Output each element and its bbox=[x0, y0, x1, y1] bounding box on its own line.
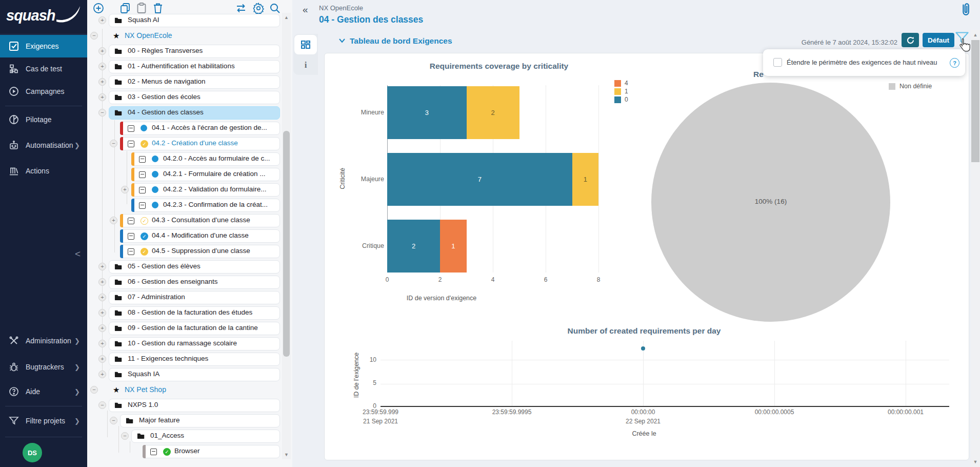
tree-node-label[interactable]: 04.3 - Consultation d'une classe bbox=[152, 216, 250, 224]
chevron-down-icon[interactable] bbox=[338, 38, 346, 43]
copy-icon[interactable] bbox=[119, 2, 131, 14]
expand-icon[interactable]: + bbox=[98, 294, 106, 301]
expand-icon[interactable]: + bbox=[98, 278, 106, 286]
bar-segment[interactable]: 2 bbox=[467, 86, 519, 139]
tree-node-label[interactable]: 04.5 - Suppression d'une classe bbox=[152, 247, 250, 255]
settings-icon[interactable] bbox=[252, 2, 265, 14]
exchange-icon[interactable] bbox=[235, 2, 247, 14]
collapse-icon[interactable]: − bbox=[90, 32, 98, 40]
dashboard-section-title[interactable]: Tableau de bord Exigences bbox=[350, 36, 452, 46]
expand-icon[interactable]: + bbox=[98, 324, 106, 332]
scroll-down-icon[interactable]: ▼ bbox=[282, 452, 291, 457]
expand-icon[interactable]: + bbox=[98, 263, 106, 270]
sidebar-item-bugtrackers[interactable]: Bugtrackers❯ bbox=[0, 356, 87, 378]
default-dashboard-button[interactable]: Défaut bbox=[923, 33, 954, 47]
tab-dashboard[interactable] bbox=[294, 35, 317, 54]
tree-node-label[interactable]: Browser bbox=[174, 447, 200, 455]
help-icon[interactable]: ? bbox=[950, 58, 959, 68]
expand-icon[interactable]: + bbox=[110, 217, 117, 224]
tree-node-label[interactable]: 04.2.0 - Accès au formulaire de c... bbox=[163, 154, 270, 162]
tree-node-label[interactable]: Squash AI bbox=[128, 16, 159, 24]
refresh-button[interactable] bbox=[902, 33, 919, 47]
expand-icon[interactable]: + bbox=[98, 93, 106, 101]
tree-node-label[interactable]: 01 - Authentification et habilitations bbox=[128, 62, 235, 70]
tree-node-label[interactable]: 03 - Gestion des écoles bbox=[128, 93, 201, 101]
x-tick-label: 23:59:59.999 bbox=[337, 408, 424, 416]
sidebar-item-aide[interactable]: Aide❯ bbox=[0, 380, 87, 403]
data-point[interactable] bbox=[641, 346, 645, 351]
expand-icon[interactable]: + bbox=[98, 47, 106, 55]
sidebar-item-exigences[interactable]: Exigences bbox=[0, 35, 87, 57]
requirement-icon bbox=[128, 125, 134, 132]
tree-node-label[interactable]: NXPS 1.0 bbox=[128, 401, 158, 408]
collapse-icon[interactable]: − bbox=[121, 432, 129, 440]
tree-node-label[interactable]: 04.4 - Modification d'une classe bbox=[152, 231, 249, 239]
tree-node-label[interactable]: 08 - Gestion de la facturation des étude… bbox=[128, 308, 252, 316]
delete-icon[interactable] bbox=[152, 2, 164, 14]
expand-icon[interactable]: + bbox=[98, 309, 106, 317]
tab-information[interactable]: i bbox=[294, 55, 317, 75]
expand-icon[interactable]: + bbox=[98, 340, 106, 347]
tree-node-label[interactable]: 04.2.3 - Confirmation de la créat... bbox=[163, 201, 268, 208]
expand-icon[interactable]: + bbox=[98, 16, 106, 24]
sidebar-item-pilotage[interactable]: Pilotage bbox=[0, 108, 87, 131]
scroll-up-icon[interactable]: ▲ bbox=[282, 15, 291, 20]
tree-node-label[interactable]: 09 - Gestion de la facturation de la can… bbox=[128, 324, 258, 332]
tree-scrollbar-thumb[interactable] bbox=[283, 131, 290, 357]
tree-node-label[interactable]: 04.2.2 - Validation du formulaire... bbox=[163, 185, 267, 193]
status-dot-icon bbox=[141, 125, 147, 131]
sidebar-item-cas-de-test[interactable]: Cas de test bbox=[0, 57, 87, 80]
tree-scrollbar[interactable]: ▲ ▼ bbox=[282, 13, 291, 459]
tree-node-label[interactable]: 06 - Gestion des enseignants bbox=[128, 278, 218, 285]
tree-node-label[interactable]: 04.2 - Création d'une classe bbox=[152, 139, 238, 147]
expand-scope-checkbox[interactable] bbox=[773, 58, 782, 67]
tree-node-label[interactable]: 10 - Gestion du ramassage scolaire bbox=[128, 339, 237, 347]
sidebar-item-campagnes[interactable]: Campagnes bbox=[0, 80, 87, 103]
tree-node-label[interactable]: 04.1 - Accès à l'écran de gestion de... bbox=[152, 124, 267, 131]
bar-segment[interactable]: 7 bbox=[387, 153, 572, 206]
tree-node-label[interactable]: 02 - Menus de navigation bbox=[128, 77, 206, 85]
collapse-icon[interactable]: − bbox=[98, 401, 106, 409]
expand-icon[interactable]: + bbox=[98, 355, 106, 363]
collapse-icon[interactable]: − bbox=[110, 417, 117, 424]
tree-node-label[interactable]: 00 - Règles Transverses bbox=[128, 47, 203, 54]
tree-node-label[interactable]: Major feature bbox=[139, 416, 180, 424]
collapse-icon[interactable]: − bbox=[90, 386, 98, 394]
expand-icon[interactable]: + bbox=[98, 371, 106, 378]
collapse-icon[interactable]: − bbox=[98, 109, 106, 116]
bar-segment[interactable]: 1 bbox=[440, 220, 467, 273]
tree-node-label[interactable]: NX Pet Shop bbox=[125, 385, 166, 394]
collapse-tree-icon[interactable]: « bbox=[303, 4, 308, 15]
collapse-icon[interactable]: − bbox=[110, 140, 117, 147]
paste-icon[interactable] bbox=[135, 2, 148, 14]
tree-node-label[interactable]: Squash IA bbox=[128, 370, 159, 378]
tree-node-label[interactable]: NX OpenEcole bbox=[125, 31, 172, 40]
attachment-icon[interactable] bbox=[959, 2, 972, 17]
folder-icon bbox=[114, 78, 122, 86]
main-scrollbar-thumb[interactable] bbox=[971, 40, 979, 162]
sidebar-item-administration[interactable]: Administration❯ bbox=[0, 329, 87, 352]
main-scrollbar[interactable]: ▲ ▼ bbox=[971, 30, 980, 467]
bar-segment[interactable]: 2 bbox=[387, 220, 440, 273]
tree-node-label[interactable]: 01_Access bbox=[150, 432, 184, 439]
add-icon[interactable] bbox=[92, 2, 105, 14]
expand-icon[interactable]: + bbox=[121, 186, 129, 193]
sidebar-collapse-button[interactable]: < bbox=[75, 248, 81, 260]
x-axis-title: Créée le bbox=[593, 430, 695, 437]
tree-node-label[interactable]: 11 - Exigences techniques bbox=[128, 355, 208, 362]
tree-node-label[interactable]: 04 - Gestion des classes bbox=[128, 108, 204, 116]
search-icon[interactable] bbox=[269, 2, 281, 14]
sidebar-item-filtre-projets[interactable]: Filtre projets❯ bbox=[0, 410, 87, 432]
scroll-down-icon[interactable]: ▼ bbox=[971, 459, 980, 464]
tree-node-label[interactable]: 07 - Administration bbox=[128, 293, 185, 301]
user-avatar[interactable]: DS bbox=[23, 443, 42, 462]
tree-node-label[interactable]: 05 - Gestion des élèves bbox=[128, 262, 201, 270]
scroll-up-icon[interactable]: ▲ bbox=[971, 32, 980, 37]
tree-node-label[interactable]: 04.2.1 - Formulaire de création ... bbox=[163, 170, 266, 178]
expand-icon[interactable]: + bbox=[98, 63, 106, 70]
sidebar-item-automatisation[interactable]: Automatisation❯ bbox=[0, 134, 87, 157]
bar-segment[interactable]: 3 bbox=[387, 86, 467, 139]
bar-segment[interactable]: 1 bbox=[572, 153, 599, 206]
sidebar-item-actions[interactable]: Actions bbox=[0, 160, 87, 182]
expand-icon[interactable]: + bbox=[98, 78, 106, 86]
